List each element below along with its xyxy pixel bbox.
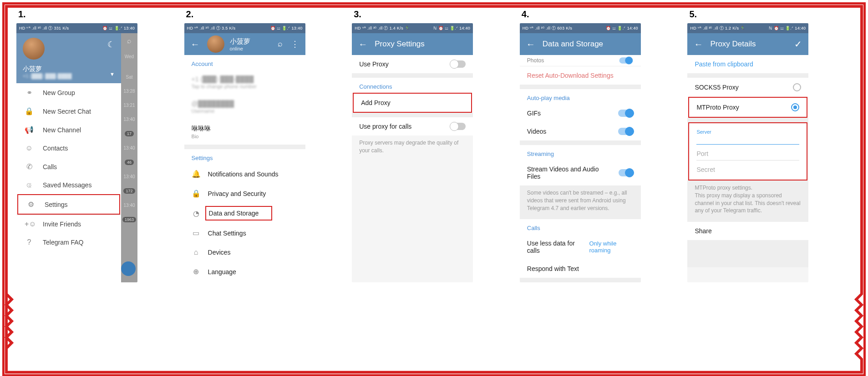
avatar[interactable]	[23, 38, 45, 60]
laptop-icon: ⌂	[192, 248, 201, 256]
account-dropdown-icon[interactable]: ▼	[110, 71, 115, 77]
menu-saved-messages[interactable]: ⟃Saved Messages	[16, 176, 121, 194]
gifs-row[interactable]: GIFs	[520, 104, 641, 122]
data-storage-header: ← Data and Storage	[520, 33, 641, 55]
person-icon: ☺	[25, 144, 34, 152]
port-field[interactable]: Port	[689, 148, 807, 164]
account-username-row[interactable]: @████████Username	[184, 95, 305, 119]
videos-row[interactable]: Videos	[520, 122, 641, 140]
statusbar: HD ᵘᴿ .ıll ³ᴳ .ıll ⓕ1.4K/s🏃‍♂️ ℕ⏰ ⚍ 🔋.ᐟ1…	[352, 23, 473, 33]
settings-header: ← 小菠萝 online ⌕ ⋮	[184, 33, 305, 55]
save-check-icon[interactable]: ✓	[794, 39, 802, 50]
menu-settings[interactable]: ⚙Settings	[17, 194, 120, 215]
statusbar: HD ᵘᴿ .ıll ³ᴳ .ıll ⓕ603K/s ⏰ ⚍ 🔋.ᐟ14:40	[520, 23, 641, 33]
back-icon[interactable]: ←	[694, 39, 703, 50]
more-icon[interactable]: ⋮	[291, 39, 299, 49]
step-number: 1.	[18, 9, 181, 20]
toggle-on[interactable]	[618, 128, 634, 135]
step-number: 2.	[186, 9, 349, 20]
radio-off[interactable]	[793, 83, 801, 91]
use-proxy-calls-row[interactable]: Use proxy for calls	[352, 117, 473, 135]
settings-language[interactable]: ⊕Language	[184, 262, 305, 281]
stream-hint: Some videos can't be streamed – e.g., al…	[520, 185, 641, 219]
proxy-details-header: ← Proxy Details ✓	[687, 33, 808, 55]
secret-field[interactable]: Secret	[689, 164, 807, 177]
compose-fab[interactable]	[121, 261, 136, 276]
paste-clipboard[interactable]: Paste from clipboard	[687, 55, 808, 73]
chat-list-backdrop: ⌕ Wed Sat 13:28 13:21 13:40 17 13:40 46 …	[121, 33, 137, 282]
account-bio-row[interactable]: 咻咻咻Bio	[184, 119, 305, 145]
socks5-option[interactable]: SOCKS5 Proxy	[687, 78, 808, 97]
drawer-phone: +1 (███) ███-████	[23, 73, 115, 79]
section-account: Account	[184, 55, 305, 70]
toggle-on[interactable]	[619, 57, 632, 64]
night-mode-icon[interactable]: ☾	[107, 40, 115, 50]
step-number: 5.	[689, 9, 852, 20]
account-phone-row[interactable]: +1 (███) ███-████Tap to change phone num…	[184, 70, 305, 95]
phone-icon: ✆	[25, 162, 34, 171]
page-title: Data and Storage	[543, 40, 603, 49]
phone-screen-3: HD ᵘᴿ .ıll ³ᴳ .ıll ⓕ1.4K/s🏃‍♂️ ℕ⏰ ⚍ 🔋.ᐟ1…	[352, 23, 473, 282]
reset-autodownload[interactable]: Reset Auto-Download Settings	[520, 66, 641, 85]
phone-screen-1: HD ᵘᴿ .ıll ³ᴳ .ıll ⓕ331K/s ⏰ ⚍ 🔋.ᐟ13:40 …	[16, 23, 137, 282]
phone-screen-5: HD ᵘᴿ .ıll ³ᴳ .ıll ⓕ1.2K/s🏃‍♂️ ℕ⏰ ⚍ 🔋.ᐟ1…	[687, 23, 808, 282]
lock-icon: 🔒	[25, 107, 34, 115]
avatar[interactable]	[207, 35, 224, 53]
data-icon: ◔	[192, 209, 201, 218]
server-field[interactable]: Server	[689, 126, 807, 148]
search-icon[interactable]: ⌕	[127, 37, 132, 45]
globe-icon: ⊕	[192, 267, 201, 276]
step-number: 4.	[522, 9, 684, 20]
proxy-calls-hint: Proxy servers may degrade the quality of…	[352, 135, 473, 162]
settings-privacy[interactable]: 🔒Privacy and Security	[184, 184, 305, 203]
menu-calls[interactable]: ✆Calls	[16, 157, 121, 176]
menu-new-secret-chat[interactable]: 🔒New Secret Chat	[16, 102, 121, 120]
section-streaming: Streaming	[520, 145, 641, 160]
stream-row[interactable]: Stream Videos and Audio Files	[520, 160, 641, 185]
page-title: Proxy Details	[710, 40, 756, 49]
drawer-username: 小菠萝	[23, 65, 115, 73]
section-autoplay: Auto-play media	[520, 89, 641, 104]
menu-contacts[interactable]: ☺Contacts	[16, 139, 121, 157]
respond-text-row[interactable]: Respond with Text	[520, 260, 641, 278]
mtproto-hint: MTProto proxy settings. This proxy may d…	[687, 180, 808, 222]
menu-faq[interactable]: ?Telegram FAQ	[16, 233, 121, 251]
toggle-on[interactable]	[619, 169, 634, 176]
toggle-off[interactable]	[450, 123, 466, 130]
drawer-header: ☾ 小菠萝 +1 (███) ███-████ ▼	[16, 33, 121, 83]
profile-name: 小菠萝	[230, 37, 250, 46]
proxy-settings-header: ← Proxy Settings	[352, 33, 473, 55]
menu-invite-friends[interactable]: +☺Invite Friends	[16, 215, 121, 233]
statusbar: HD ᵘᴿ .ıll ³ᴳ .ıll ⓕ331K/s ⏰ ⚍ 🔋.ᐟ13:40	[16, 23, 137, 33]
settings-notifications[interactable]: 🔔Notifications and Sounds	[184, 164, 305, 184]
mtproto-option[interactable]: MTProto Proxy	[688, 97, 807, 118]
toggle-off[interactable]	[450, 60, 466, 68]
statusbar: HD ᵘᴿ .ıll ³ᴳ .ıll ⓕ3.5K/s ⏰ ⚍ 🔋.ᐟ13:40	[184, 23, 305, 33]
photos-row[interactable]: Photos	[520, 55, 641, 66]
back-icon[interactable]: ←	[526, 39, 535, 50]
megaphone-icon: 📢	[25, 125, 34, 134]
server-input[interactable]	[696, 135, 799, 145]
add-proxy-row[interactable]: Add Proxy	[353, 93, 472, 113]
statusbar: HD ᵘᴿ .ıll ³ᴳ .ıll ⓕ1.2K/s🏃‍♂️ ℕ⏰ ⚍ 🔋.ᐟ1…	[687, 23, 808, 33]
share-row[interactable]: Share	[687, 222, 808, 240]
settings-data-storage[interactable]: ◔Data and Storage	[184, 203, 305, 223]
use-proxy-toggle-row[interactable]: Use Proxy	[352, 55, 473, 73]
radio-on[interactable]	[791, 103, 799, 111]
menu-new-group[interactable]: ⚭New Group	[16, 83, 121, 102]
settings-help[interactable]: ?Help	[184, 281, 305, 282]
settings-chat[interactable]: ▭Chat Settings	[184, 223, 305, 243]
search-icon[interactable]: ⌕	[278, 39, 283, 49]
back-icon[interactable]: ←	[358, 39, 367, 50]
bell-icon: 🔔	[192, 170, 201, 178]
menu-new-channel[interactable]: 📢New Channel	[16, 120, 121, 139]
step-number: 3.	[354, 9, 516, 20]
settings-devices[interactable]: ⌂Devices	[184, 243, 305, 262]
back-icon[interactable]: ←	[191, 39, 200, 50]
toggle-on[interactable]	[618, 110, 634, 117]
add-person-icon: +☺	[25, 220, 34, 228]
gear-icon: ⚙	[26, 200, 36, 209]
chat-icon: ▭	[192, 229, 201, 237]
less-data-row[interactable]: Use less data for callsOnly while roamin…	[520, 234, 641, 260]
section-settings: Settings	[184, 149, 305, 164]
